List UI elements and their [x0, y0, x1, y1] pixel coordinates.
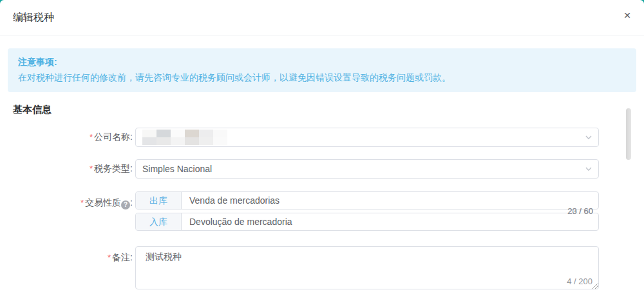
- dialog-body: 注意事项: 在对税种进行任何的修改前，请先咨询专业的税务顾问或会计师，以避免因错…: [0, 48, 644, 289]
- dialog-title: 编辑税种: [13, 12, 54, 23]
- company-control: [135, 128, 599, 147]
- tax-type-label: *税务类型:: [8, 159, 135, 179]
- form-row-transaction-nature: *交易性质?: 出库 20 / 60 入库 23: [8, 191, 599, 231]
- inbound-row: 入库 23 / 60: [135, 213, 599, 231]
- tax-type-control: [135, 159, 599, 179]
- remark-textarea[interactable]: 测试税种: [135, 246, 599, 289]
- remark-label: *备注:: [8, 246, 135, 268]
- form-row-company: *公司名称:: [8, 127, 599, 147]
- section-title-basic-info: 基本信息: [13, 103, 631, 116]
- company-label: *公司名称:: [8, 127, 135, 147]
- required-asterisk: *: [108, 253, 111, 262]
- edit-tax-form: *公司名称: *税务类型:: [8, 127, 636, 289]
- dialog-header: 编辑税种 ×: [0, 0, 644, 35]
- inbound-input-group: 入库 23 / 60: [135, 213, 599, 231]
- notice-heading: 注意事项:: [18, 54, 626, 70]
- vertical-scrollbar-thumb[interactable]: [626, 108, 631, 160]
- company-name-redacted: [142, 130, 227, 145]
- required-asterisk: *: [90, 164, 93, 173]
- transaction-nature-label: *交易性质?:: [8, 191, 135, 213]
- form-row-tax-type: *税务类型:: [8, 159, 599, 179]
- outbound-row: 出库 20 / 60: [135, 191, 599, 209]
- outbound-input-group: 出库 20 / 60: [135, 191, 599, 209]
- outbound-tag: 出库: [136, 192, 182, 209]
- outbound-name-input[interactable]: [182, 192, 598, 209]
- required-asterisk: *: [90, 132, 93, 142]
- inbound-tag: 入库: [136, 213, 182, 230]
- form-row-remark: *备注: 测试税种 4 / 200: [8, 246, 599, 289]
- close-icon[interactable]: ×: [620, 8, 635, 23]
- company-select[interactable]: [135, 128, 599, 147]
- transaction-nature-control: 出库 20 / 60 入库 23 / 60: [135, 191, 599, 231]
- help-question-icon[interactable]: ?: [121, 200, 130, 209]
- tax-type-select[interactable]: [135, 159, 599, 179]
- notice-text: 在对税种进行任何的修改前，请先咨询专业的税务顾问或会计师，以避免因错误设置导致的…: [18, 70, 626, 85]
- tax-type-input[interactable]: [136, 160, 598, 178]
- remark-control: 测试税种 4 / 200: [135, 246, 599, 289]
- required-asterisk: *: [80, 198, 84, 208]
- edit-tax-dialog: 编辑税种 × 注意事项: 在对税种进行任何的修改前，请先咨询专业的税务顾问或会计…: [0, 0, 644, 292]
- inbound-name-input[interactable]: [182, 213, 598, 230]
- chevron-down-icon: [585, 133, 592, 141]
- notice-banner: 注意事项: 在对税种进行任何的修改前，请先咨询专业的税务顾问或会计师，以避免因错…: [8, 48, 636, 92]
- chevron-down-icon: [585, 165, 592, 173]
